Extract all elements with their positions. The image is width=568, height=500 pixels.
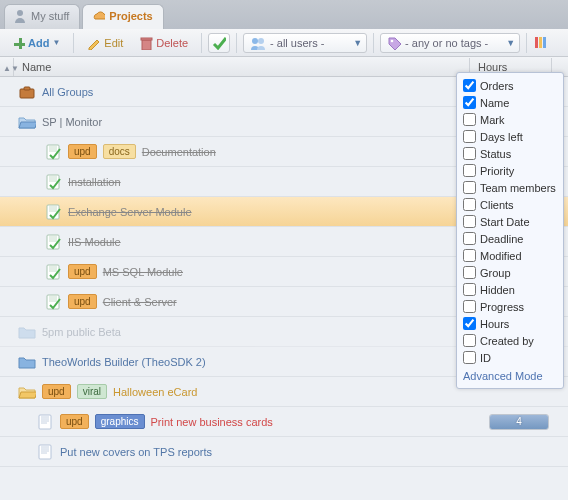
columns-button[interactable] — [533, 33, 549, 53]
task-done-icon — [44, 294, 62, 310]
column-option[interactable]: Deadline — [463, 230, 557, 247]
column-checkbox[interactable] — [463, 79, 476, 92]
column-option[interactable]: Progress — [463, 298, 557, 315]
col-name[interactable]: Name — [14, 58, 470, 76]
task-done-icon — [44, 174, 62, 190]
tag-upd: upd — [42, 384, 71, 399]
tab-bar: My stuff Projects — [0, 0, 568, 29]
column-option[interactable]: Modified — [463, 247, 557, 264]
column-checkbox[interactable] — [463, 334, 476, 347]
column-option[interactable]: Name — [463, 94, 557, 111]
column-option[interactable]: ID — [463, 349, 557, 366]
advanced-mode-link[interactable]: Advanced Mode — [463, 366, 557, 382]
task-icon — [36, 414, 54, 430]
delete-button[interactable]: Delete — [132, 33, 195, 53]
tag-upd: upd — [68, 264, 97, 279]
column-checkbox[interactable] — [463, 147, 476, 160]
task-done-icon — [44, 144, 62, 160]
column-option[interactable]: Group — [463, 264, 557, 281]
row-tps[interactable]: Put new covers on TPS reports — [0, 437, 568, 467]
person-icon — [13, 9, 27, 23]
column-option[interactable]: Days left — [463, 128, 557, 145]
column-checkbox[interactable] — [463, 113, 476, 126]
row-print-cards[interactable]: upd graphics Print new business cards 4 — [0, 407, 568, 437]
column-option[interactable]: Orders — [463, 77, 557, 94]
column-option[interactable]: Team members — [463, 179, 557, 196]
column-checkbox[interactable] — [463, 198, 476, 211]
tags-filter[interactable]: - any or no tags - ▼ — [380, 33, 520, 53]
column-checkbox[interactable] — [463, 181, 476, 194]
folder-open-icon — [18, 114, 36, 130]
column-checkbox[interactable] — [463, 283, 476, 296]
column-checkbox[interactable] — [463, 130, 476, 143]
add-button[interactable]: Add ▼ — [6, 34, 67, 52]
tag-viral: viral — [77, 384, 107, 399]
tag-docs: docs — [103, 144, 136, 159]
approve-button[interactable] — [208, 33, 230, 53]
column-checkbox[interactable] — [463, 317, 476, 330]
cloud-icon — [91, 9, 105, 23]
column-option[interactable]: Status — [463, 145, 557, 162]
tab-mystuff[interactable]: My stuff — [4, 4, 80, 29]
tab-label: Projects — [109, 10, 152, 22]
column-checkbox[interactable] — [463, 232, 476, 245]
column-option[interactable]: Priority — [463, 162, 557, 179]
folder-closed-icon — [18, 354, 36, 370]
tab-label: My stuff — [31, 10, 69, 22]
column-option[interactable]: Clients — [463, 196, 557, 213]
task-done-icon — [44, 204, 62, 220]
column-picker-panel: OrdersNameMarkDays leftStatusPriorityTea… — [456, 72, 564, 389]
task-done-icon — [44, 234, 62, 250]
toolbar: Add ▼ Edit Delete - all users - ▼ - any … — [0, 29, 568, 57]
briefcase-icon — [18, 84, 36, 100]
tag-upd: upd — [60, 414, 89, 429]
column-option[interactable]: Start Date — [463, 213, 557, 230]
tag-graphics: graphics — [95, 414, 145, 429]
column-checkbox[interactable] — [463, 300, 476, 313]
column-checkbox[interactable] — [463, 96, 476, 109]
column-option[interactable]: Hours — [463, 315, 557, 332]
tag-upd: upd — [68, 144, 97, 159]
column-checkbox[interactable] — [463, 249, 476, 262]
column-checkbox[interactable] — [463, 215, 476, 228]
users-filter[interactable]: - all users - ▼ — [243, 33, 367, 53]
column-option[interactable]: Hidden — [463, 281, 557, 298]
column-option[interactable]: Mark — [463, 111, 557, 128]
column-checkbox[interactable] — [463, 351, 476, 364]
task-icon — [36, 444, 54, 460]
tag-upd: upd — [68, 294, 97, 309]
edit-button[interactable]: Edit — [80, 33, 130, 53]
task-done-icon — [44, 264, 62, 280]
tab-projects[interactable]: Projects — [82, 4, 163, 29]
column-checkbox[interactable] — [463, 164, 476, 177]
column-option[interactable]: Created by — [463, 332, 557, 349]
folder-closed-icon — [18, 324, 36, 340]
folder-open-icon — [18, 384, 36, 400]
column-checkbox[interactable] — [463, 266, 476, 279]
